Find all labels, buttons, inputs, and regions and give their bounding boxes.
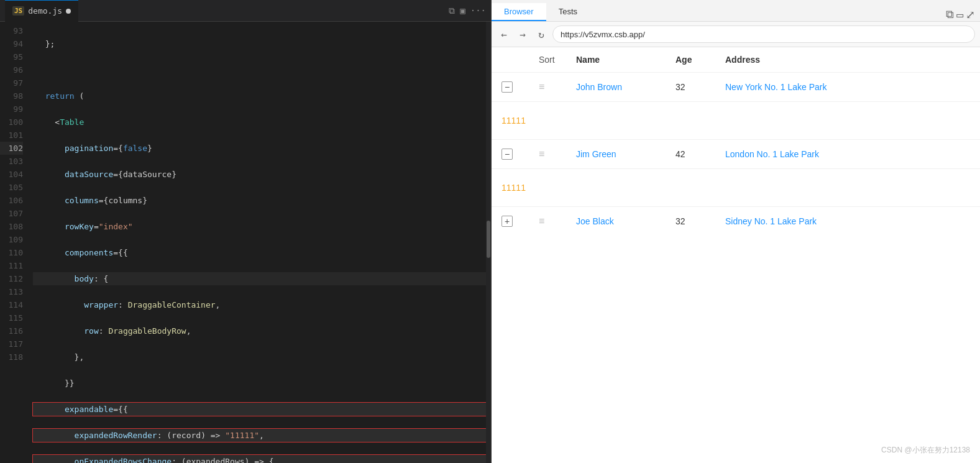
name-link[interactable]: Joe Black: [576, 216, 614, 226]
code-content[interactable]: }; return ( <Table pagination={false} da…: [28, 22, 486, 463]
expand-button[interactable]: −: [501, 81, 513, 93]
tab-tests[interactable]: Tests: [546, 3, 590, 21]
table-body: − ≡ John Brown 32 New York No. 1 Lake Pa…: [492, 73, 980, 236]
expand-button[interactable]: +: [501, 216, 513, 227]
layout-icon[interactable]: ▣: [460, 6, 465, 16]
table-row: + ≡ Joe Black 32 Sidney No. 1 Lake Park: [492, 207, 980, 236]
browser-nav: ← → ↻ https://v5zvmx.csb.app/: [492, 22, 980, 47]
address-link[interactable]: London No. 1 Lake Park: [725, 149, 819, 159]
expand-icon[interactable]: ⤢: [966, 8, 975, 21]
table-row: − ≡ Jim Green 42 London No. 1 Lake Park: [492, 140, 980, 169]
code-line-103: wrapper: DraggableContainer,: [33, 298, 486, 311]
col-header-name: Name: [566, 47, 666, 73]
tab-filename: demo.js: [28, 6, 62, 16]
code-line-106: }}: [33, 377, 486, 390]
address-cell: Sidney No. 1 Lake Park: [715, 207, 980, 236]
code-line-96: <Table: [33, 116, 486, 129]
age-cell: 32: [666, 73, 715, 102]
expanded-row: 11111: [492, 102, 980, 140]
reload-button[interactable]: ↻: [534, 27, 549, 42]
browser-tab-actions: ⧉ ▭ ⤢: [946, 7, 980, 21]
forward-button[interactable]: →: [515, 27, 530, 42]
editor-tab-demo-js[interactable]: JS demo.js: [5, 0, 78, 22]
split-editor-icon[interactable]: ⧉: [449, 6, 455, 16]
name-cell: Jim Green: [566, 140, 666, 169]
drag-handle-icon[interactable]: ≡: [539, 149, 544, 159]
code-line-93: };: [33, 37, 486, 50]
line-numbers: 93 94 95 96 97 98 99 100 101 102 103 104…: [0, 22, 28, 463]
expand-cell: +: [492, 207, 529, 236]
code-line-109: onExpandedRowsChange: (expandedRows) => …: [33, 455, 486, 463]
expanded-content: 11111: [501, 111, 970, 131]
scrollbar-thumb[interactable]: [487, 221, 490, 258]
address-link[interactable]: New York No. 1 Lake Park: [725, 82, 827, 92]
col-header-sort: [492, 47, 529, 73]
drag-handle-icon[interactable]: ≡: [539, 81, 544, 92]
code-line-100: rowKey="index": [33, 220, 486, 233]
table-header: Sort Name Age Address: [492, 47, 980, 73]
tab-bar: JS demo.js ⧉ ▣ ···: [0, 0, 491, 22]
col-header-sortlabel: Sort: [529, 47, 566, 73]
watermark: CSDN @小张在努力12138: [881, 445, 970, 456]
name-cell: Joe Black: [566, 207, 666, 236]
code-area: 93 94 95 96 97 98 99 100 101 102 103 104…: [0, 22, 491, 463]
address-cell: London No. 1 Lake Park: [715, 140, 980, 169]
collapse-icon[interactable]: ▭: [956, 8, 963, 21]
code-line-94: [33, 63, 486, 76]
editor-actions: ⧉ ▣ ···: [449, 6, 486, 16]
code-line-95: return (: [33, 89, 486, 103]
drag-cell: ≡: [529, 73, 566, 102]
data-table: Sort Name Age Address − ≡ John Brown: [492, 47, 980, 236]
drag-handle-icon[interactable]: ≡: [539, 216, 544, 226]
code-line-107: expandable={{: [33, 403, 486, 416]
expanded-content-cell: 11111: [492, 169, 980, 207]
back-button[interactable]: ←: [497, 27, 511, 42]
code-line-105: },: [33, 351, 486, 364]
expand-cell: −: [492, 140, 529, 169]
browser-panel: Browser Tests ⧉ ▭ ⤢ ← → ↻ https://v5zvmx…: [491, 0, 980, 463]
name-cell: John Brown: [566, 73, 666, 102]
more-icon[interactable]: ···: [470, 6, 486, 16]
name-link[interactable]: John Brown: [576, 82, 622, 92]
expand-cell: −: [492, 73, 529, 102]
url-bar[interactable]: https://v5zvmx.csb.app/: [552, 25, 975, 43]
vertical-scrollbar[interactable]: [486, 22, 491, 463]
age-cell: 42: [666, 140, 715, 169]
code-line-108: expandedRowRender: (record) => "11111",: [33, 429, 486, 442]
code-line-101: components={{: [33, 246, 486, 259]
table-container: Sort Name Age Address − ≡ John Brown: [492, 47, 980, 463]
col-header-age: Age: [666, 47, 715, 73]
layout-toggle-icon[interactable]: ⧉: [946, 7, 954, 21]
code-editor: JS demo.js ⧉ ▣ ··· 93 94 95 96 97 98 99 …: [0, 0, 491, 463]
unsaved-indicator: [66, 9, 71, 14]
address-cell: New York No. 1 Lake Park: [715, 73, 980, 102]
code-line-97: pagination={false}: [33, 142, 486, 155]
age-cell: 32: [666, 207, 715, 236]
code-line-104: row: DraggableBodyRow,: [33, 324, 486, 337]
address-link[interactable]: Sidney No. 1 Lake Park: [725, 216, 817, 226]
browser-tab-bar: Browser Tests ⧉ ▭ ⤢: [492, 0, 980, 22]
code-line-98: dataSource={dataSource}: [33, 168, 486, 181]
drag-cell: ≡: [529, 140, 566, 169]
table-row: − ≡ John Brown 32 New York No. 1 Lake Pa…: [492, 73, 980, 102]
expanded-content-cell: 11111: [492, 102, 980, 140]
code-line-99: columns={columns}: [33, 194, 486, 207]
name-link[interactable]: Jim Green: [576, 149, 616, 159]
expand-button[interactable]: −: [501, 149, 513, 160]
code-line-102: body: {: [33, 272, 486, 285]
col-header-address: Address: [715, 47, 980, 73]
expanded-content: 11111: [501, 178, 970, 198]
expanded-row: 11111: [492, 169, 980, 207]
drag-cell: ≡: [529, 207, 566, 236]
tab-browser[interactable]: Browser: [492, 3, 546, 21]
js-icon: JS: [12, 6, 24, 16]
